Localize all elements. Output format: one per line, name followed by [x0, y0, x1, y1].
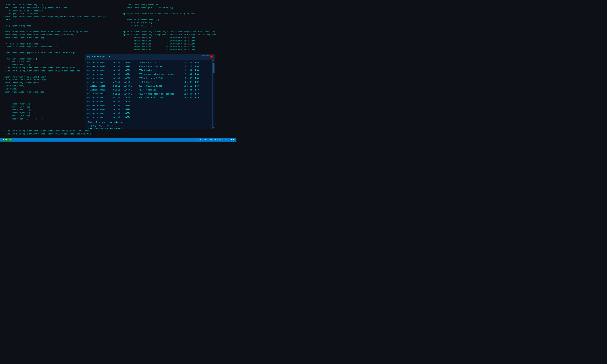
col-code: xx11a1: [113, 116, 124, 119]
data-table[interactable]: 0011010110100100xx11a1AAPP0110460Benefit…: [85, 60, 212, 129]
col-app: AAPP01: [124, 61, 137, 64]
col-tag: NSA: [195, 85, 204, 88]
window-content: 0011010110100100xx11a1AAPP0110460Benefit…: [85, 60, 215, 129]
ready-indicator: ■: [3, 139, 4, 141]
minimize-button[interactable]: –: [202, 55, 205, 58]
code-line: [3, 21, 113, 25]
col-time: 11 : 01: [184, 69, 195, 72]
code-line: data = dta ll { } ;: [123, 25, 233, 27]
code-line: / / persisted properties: [3, 25, 113, 27]
col-desc: Commissions and bonuses: [146, 92, 184, 96]
col-desc: Benefits: [146, 81, 184, 84]
col-code: xx11a1: [113, 73, 124, 76]
col-binary: 0011010110100100: [87, 108, 113, 111]
col-tag: NSA: [195, 96, 204, 100]
col-binary: 0011010110100100: [87, 89, 113, 92]
col-time: 10 : 12: [184, 85, 195, 88]
maximize-button[interactable]: □: [206, 55, 209, 58]
scrollbar-track[interactable]: [213, 62, 215, 126]
code-line: var self = this ;: [123, 21, 233, 25]
code-line: [3, 48, 113, 52]
col-time: 13 : 32: [184, 96, 195, 100]
table-row: 0011010110100100xx11a1AAPP0176745Salarie…: [85, 88, 212, 92]
table-row: 0011010110100100xx11a1AAPP01: [85, 116, 212, 119]
statusbar-right: Ln 69 Col 17 Ch 14 INS ■ ■: [197, 139, 234, 141]
window-main: 0011010110100100xx11a1AAPP0110460Benefit…: [85, 60, 212, 129]
code-line: <div style='background-image:url('/pix/s…: [3, 6, 113, 9]
special-line: Company (As) : centre: [88, 124, 210, 128]
col-time: 10 : 37: [184, 81, 195, 84]
table-row: 0011010110100100xx11a1AAPP01: [85, 112, 212, 116]
col-tag: NSA: [195, 89, 204, 92]
ins-mode: INS: [224, 139, 228, 141]
code-line: </div>: [3, 18, 113, 21]
code-line: [3, 27, 113, 30]
col-code: xx11a1: [113, 77, 124, 80]
col-id: 23674: [137, 96, 146, 100]
col-binary: 0011010110100100: [87, 85, 113, 88]
col-code: xx11a1: [113, 100, 124, 104]
col-tag: NSA: [195, 73, 204, 76]
col-id: 23674: [137, 77, 146, 80]
col-time: 13 : 32: [184, 77, 195, 80]
col-binary: 0011010110100100: [87, 65, 113, 68]
col-app: AAPP01: [124, 112, 137, 115]
col-app: AAPP01: [124, 69, 137, 72]
col-desc: Payroll taxes: [146, 85, 184, 88]
col-id: 10460: [137, 61, 146, 64]
code-line: [123, 9, 233, 13]
line-number: Ln 69: [197, 139, 202, 141]
col-binary: 0011010110100100: [87, 104, 113, 107]
code-line: / / Non - persisted properties: [3, 42, 113, 46]
col-code: xx11a1: [113, 61, 124, 64]
scrollbar[interactable]: ▲ ▼: [212, 60, 215, 129]
scroll-down-arrow[interactable]: ▼: [213, 126, 215, 129]
code-line: <p style='color:orange;'>HTML font code …: [123, 12, 233, 15]
col-binary: 0011010110100100: [87, 81, 113, 84]
table-row: 0011010110100100xx11a1AAPP0110460Benefit…: [85, 80, 212, 84]
col-app: AAPP01: [124, 108, 137, 111]
col-app: AAPP01: [124, 92, 137, 96]
code-line: <p>You can make------------ <span style=…: [123, 42, 233, 46]
scrollbar-thumb[interactable]: [213, 63, 214, 73]
window-controls[interactable]: – □ ✕: [202, 55, 213, 58]
table-row: 0011010110100100xx11a1AAPP0135246Payroll…: [85, 65, 212, 69]
code-line: [3, 39, 113, 42]
col-desc: Personnel Total: [146, 77, 184, 80]
code-line: <p>You can make------------ <span style=…: [123, 48, 233, 52]
code-line: <html> <.todolistid = data.todoidb;: [3, 36, 113, 39]
col-desc: Salaries: [146, 89, 184, 92]
col-id: 35246: [137, 65, 146, 68]
table-row: 0011010110100100xx11a1AAPP01: [85, 108, 212, 112]
special-line: Stocks Exchange : bye 44% food: [88, 121, 210, 124]
col-id: 10460: [137, 81, 146, 84]
col-binary: 0011010110100100: [87, 61, 113, 64]
indicators: ■ ■: [231, 139, 234, 141]
col-app: AAPP01: [124, 73, 137, 76]
code-line: <p>You can make------------ <span style=…: [123, 45, 233, 48]
col-app: AAPP01: [124, 85, 137, 88]
code-line: <p>You can bold <span style=''>parts</sp…: [123, 33, 233, 36]
col-code: xx11a1: [113, 65, 124, 68]
code-line: background . text- todoitem ;: [3, 9, 113, 13]
col-id: 76023: [137, 73, 146, 76]
col-code: xx11a1: [113, 104, 124, 107]
col-id: 76745: [137, 69, 146, 72]
col-id: 76745: [137, 89, 146, 92]
col-binary: 0011010110100100: [87, 77, 113, 80]
close-button[interactable]: ✕: [210, 55, 213, 58]
col-code: xx11a1: [113, 112, 124, 115]
col-binary: 0011010110100100: [87, 73, 113, 76]
code-line: <html> <p style='font-weight:bold;'>HTML…: [3, 30, 113, 33]
col-tag: NSA: [195, 61, 204, 64]
col-binary: 0011010110100100: [87, 69, 113, 72]
col-tag: NSA: [195, 77, 204, 80]
col-time: 10 : 12: [184, 65, 195, 68]
col-id: 35246: [137, 85, 146, 88]
scroll-up-arrow[interactable]: ▲: [213, 60, 215, 62]
col-tag: NSA: [195, 81, 204, 84]
col-code: xx11a1: [113, 69, 124, 72]
col-id: 76023: [137, 92, 146, 96]
code-line: <html> <body style='background-color:yel…: [3, 33, 113, 36]
table-row: 0011010110100100xx11a1AAPP0176023Commiss…: [85, 73, 212, 77]
